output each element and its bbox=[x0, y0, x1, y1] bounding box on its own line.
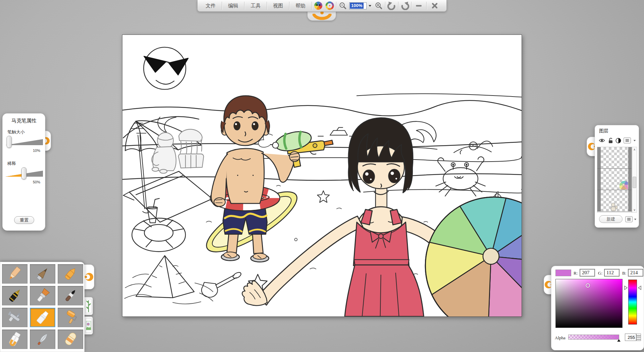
color-cursor[interactable] bbox=[586, 283, 590, 288]
palette-handle[interactable] bbox=[83, 265, 94, 289]
redo-button[interactable] bbox=[399, 0, 411, 11]
plant-stamp-icon bbox=[86, 299, 92, 313]
tool-pencil[interactable] bbox=[2, 264, 28, 284]
current-color-swatch bbox=[555, 270, 571, 276]
brush-size-slider-thumb[interactable] bbox=[7, 136, 12, 148]
menu-help[interactable]: 帮助 bbox=[290, 0, 311, 11]
scroll-down-button[interactable]: ∨ bbox=[632, 208, 637, 212]
toolbar-separator bbox=[398, 2, 398, 10]
marker-properties-panel: 马克笔属性 笔触大小 10% 稀释 50% 重置 bbox=[2, 113, 45, 231]
contrast-icon[interactable] bbox=[615, 138, 621, 143]
layers-scrollbar[interactable]: ∧ ∨ bbox=[632, 147, 637, 213]
toolbar-separator bbox=[336, 2, 336, 10]
ink-brush-icon bbox=[62, 288, 78, 304]
layer-options-menu-button[interactable] bbox=[625, 216, 633, 222]
tool-charcoal-pencil[interactable] bbox=[30, 264, 55, 284]
plant-stamp-tab[interactable] bbox=[84, 297, 93, 315]
menu-view[interactable]: 视图 bbox=[268, 0, 288, 11]
paint-face-icon[interactable] bbox=[313, 0, 324, 11]
picture-stamp-tab[interactable] bbox=[84, 316, 93, 335]
list-icon bbox=[625, 139, 629, 142]
toolbar-separator bbox=[312, 2, 312, 10]
zoom-in-icon bbox=[375, 2, 383, 10]
unlock-icon[interactable] bbox=[608, 137, 613, 143]
layer-row-beach-ball-selected[interactable] bbox=[597, 169, 632, 190]
tool-palette-knife[interactable] bbox=[30, 330, 55, 349]
hue-slider[interactable] bbox=[628, 280, 637, 325]
tool-eraser[interactable] bbox=[58, 330, 83, 349]
tool-airbrush[interactable] bbox=[2, 308, 28, 327]
close-button[interactable] bbox=[427, 0, 442, 11]
spin-down-button[interactable] bbox=[636, 337, 641, 341]
toolbar-separator bbox=[411, 2, 412, 10]
dilution-value: 50% bbox=[33, 180, 40, 184]
alpha-spinner[interactable] bbox=[636, 334, 641, 341]
crayon-icon bbox=[62, 266, 78, 282]
tool-paint-bottle[interactable] bbox=[2, 330, 28, 349]
red-value-field[interactable] bbox=[580, 269, 595, 277]
eye-icon[interactable] bbox=[598, 138, 605, 143]
spin-up-button[interactable] bbox=[636, 334, 641, 337]
reset-button[interactable]: 重置 bbox=[14, 216, 34, 224]
saturation-value-field[interactable] bbox=[555, 279, 623, 328]
hue-marker-left-icon[interactable] bbox=[624, 286, 628, 290]
zoom-dropdown-button[interactable] bbox=[368, 3, 372, 9]
zoom-out-icon bbox=[339, 2, 347, 10]
scrollbar-thumb[interactable] bbox=[633, 177, 636, 188]
color-picker-panel: R: G: B: Alpha bbox=[551, 266, 644, 350]
toolbar-separator bbox=[289, 2, 289, 10]
undo-icon bbox=[387, 1, 396, 10]
paint-bottle-icon bbox=[7, 331, 23, 347]
pyramid-drawing bbox=[124, 255, 213, 304]
redo-icon bbox=[400, 1, 409, 10]
layer-blend-menu-button[interactable] bbox=[624, 137, 631, 143]
brush-size-label: 笔触大小 bbox=[7, 129, 25, 135]
alpha-label: Alpha bbox=[555, 335, 566, 341]
panel-handle-icon bbox=[84, 270, 93, 284]
blue-value-field[interactable] bbox=[628, 269, 643, 277]
minimize-button[interactable] bbox=[412, 0, 426, 11]
layer-row-sand-figure[interactable] bbox=[597, 190, 632, 212]
menu-edit[interactable]: 编辑 bbox=[223, 0, 244, 11]
rainbow-wheel-icon[interactable] bbox=[324, 0, 335, 11]
zoom-level-combobox[interactable]: 100% bbox=[349, 2, 372, 9]
chevron-down-icon[interactable] bbox=[634, 140, 636, 141]
airbrush-icon bbox=[7, 309, 23, 326]
tool-marker[interactable] bbox=[30, 308, 55, 327]
menu-tools[interactable]: 工具 bbox=[245, 0, 266, 11]
alpha-value-field[interactable] bbox=[625, 334, 636, 341]
tool-paint-roller[interactable] bbox=[58, 308, 83, 327]
alpha-slider[interactable] bbox=[568, 335, 619, 340]
app-window: 文件 编辑 工具 视图 帮助 bbox=[0, 0, 644, 352]
blue-label: B: bbox=[622, 271, 626, 276]
dilution-slider[interactable] bbox=[5, 167, 43, 179]
palette-knife-icon bbox=[35, 331, 51, 347]
dilution-slider-thumb[interactable] bbox=[21, 167, 26, 179]
scroll-up-button[interactable]: ∧ bbox=[632, 147, 637, 152]
green-value-field[interactable] bbox=[604, 269, 620, 277]
main-toolbar: 文件 编辑 工具 视图 帮助 bbox=[197, 0, 447, 12]
menu-file[interactable]: 文件 bbox=[200, 0, 221, 11]
toolbar-separator bbox=[385, 2, 385, 10]
chevron-down-icon[interactable] bbox=[634, 219, 636, 220]
tool-ink-brush[interactable] bbox=[58, 286, 83, 305]
chevron-down-icon bbox=[637, 339, 641, 340]
alpha-marker-icon[interactable] bbox=[617, 339, 621, 342]
pencil-icon bbox=[7, 266, 23, 282]
sun-drawing bbox=[144, 47, 188, 90]
brush-size-slider[interactable] bbox=[5, 136, 43, 148]
zoom-out-button[interactable] bbox=[337, 0, 348, 11]
hue-marker-right-icon[interactable] bbox=[638, 286, 641, 290]
drawing-canvas[interactable] bbox=[122, 35, 522, 317]
tool-flat-brush[interactable] bbox=[30, 286, 55, 305]
sand-figure-thumbnail bbox=[610, 202, 618, 211]
eraser-icon bbox=[62, 331, 78, 347]
marker-panel-title: 马克笔属性 bbox=[11, 118, 45, 124]
undo-button[interactable] bbox=[386, 0, 397, 11]
tool-crayon[interactable] bbox=[58, 264, 83, 284]
new-layer-button[interactable]: 新建 bbox=[599, 215, 623, 223]
layer-list bbox=[597, 147, 632, 213]
layer-row-empty[interactable] bbox=[597, 147, 632, 169]
zoom-in-button[interactable] bbox=[373, 0, 384, 11]
tool-fountain-pen[interactable] bbox=[2, 286, 28, 305]
